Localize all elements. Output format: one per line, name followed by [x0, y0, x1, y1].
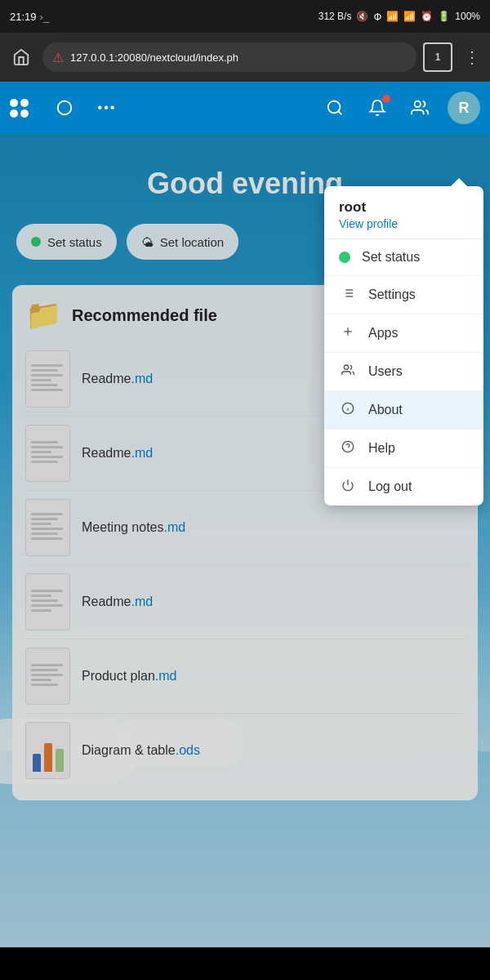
nav-notifications-icon[interactable]	[363, 93, 392, 122]
svg-line-2	[338, 111, 341, 114]
terminal-icon: ›_	[40, 11, 50, 23]
nav-more-icon[interactable]: •••	[92, 93, 122, 122]
dropdown-arrow	[451, 178, 467, 186]
dropdown-header: root View profile	[324, 186, 483, 239]
browser-menu-button[interactable]: ⋮	[459, 42, 483, 72]
dropdown-users-label: Users	[368, 364, 403, 379]
battery-percent: 100%	[455, 11, 480, 22]
browser-bar: ⚠ 127.0.0.1:20080/nextcloud/index.ph 1 ⋮	[0, 33, 490, 82]
nav-contacts-icon[interactable]	[405, 93, 434, 122]
status-right: 312 B/s 🔇 Ф 📶 📶 ⏰ 🔋 100%	[318, 11, 480, 23]
dropdown-logout-label: Log out	[368, 479, 412, 494]
dropdown-set-status-label: Set status	[362, 250, 420, 265]
tab-count-button[interactable]: 1	[423, 42, 452, 72]
nav-circle-icon[interactable]	[50, 93, 79, 122]
nav-search-icon[interactable]	[320, 93, 350, 122]
tab-count: 1	[435, 51, 441, 63]
settings-icon	[339, 287, 357, 303]
help-icon	[339, 440, 357, 457]
svg-point-3	[415, 101, 421, 107]
avatar-letter: R	[459, 100, 470, 117]
dropdown-item-logout[interactable]: Log out	[324, 468, 483, 506]
dropdown-about-label: About	[368, 403, 403, 417]
dropdown-username: root	[339, 199, 469, 216]
svg-point-0	[58, 101, 72, 115]
user-avatar-button[interactable]: R	[448, 91, 480, 124]
svg-point-1	[328, 101, 341, 114]
info-icon	[339, 402, 357, 418]
dropdown-item-settings[interactable]: Settings	[324, 276, 483, 314]
dropdown-menu-panel: root View profile Set status Settings	[324, 186, 483, 506]
dropdown-item-about[interactable]: About	[324, 391, 483, 430]
svg-point-12	[344, 365, 348, 369]
url-bar[interactable]: ⚠ 127.0.0.1:20080/nextcloud/index.ph	[42, 42, 416, 72]
nextcloud-app: ••• R	[0, 82, 490, 947]
dropdown-help-label: Help	[368, 441, 395, 456]
dropdown-item-set-status[interactable]: Set status	[324, 239, 483, 276]
users-icon	[339, 363, 357, 380]
nc-logo-dots	[10, 99, 29, 118]
status-green-dot-icon	[339, 252, 350, 263]
wifi-icon: 📶	[386, 11, 399, 22]
dropdown-apps-label: Apps	[368, 326, 398, 341]
nc-nav: ••• R	[0, 82, 490, 134]
dropdown-item-help[interactable]: Help	[324, 430, 483, 468]
security-warning-icon: ⚠	[52, 50, 64, 65]
sound-icon: 🔇	[356, 11, 368, 22]
dropdown-item-users[interactable]: Users	[324, 353, 483, 391]
status-left: 21:19 ›_	[10, 11, 49, 23]
status-bar: 21:19 ›_ 312 B/s 🔇 Ф 📶 📶 ⏰ 🔋 100%	[0, 0, 490, 33]
dropdown-settings-label: Settings	[368, 287, 416, 302]
browser-home-button[interactable]	[7, 42, 36, 72]
time: 21:19	[10, 11, 37, 23]
apps-plus-icon	[339, 325, 357, 341]
signal-icon: 📶	[403, 11, 416, 22]
nc-main: Good evening Set status 🌤 Set location 📁…	[0, 134, 490, 947]
power-icon	[339, 479, 357, 495]
dropdown-item-apps[interactable]: Apps	[324, 314, 483, 353]
url-text: 127.0.0.1:20080/nextcloud/index.ph	[70, 51, 238, 64]
nc-logo	[10, 99, 29, 118]
alarm-icon: ⏰	[421, 11, 433, 22]
network-speed: 312 B/s	[318, 11, 352, 22]
view-profile-link[interactable]: View profile	[339, 217, 469, 230]
battery-icon: 🔋	[438, 11, 450, 22]
bluetooth-icon: Ф	[373, 11, 381, 23]
